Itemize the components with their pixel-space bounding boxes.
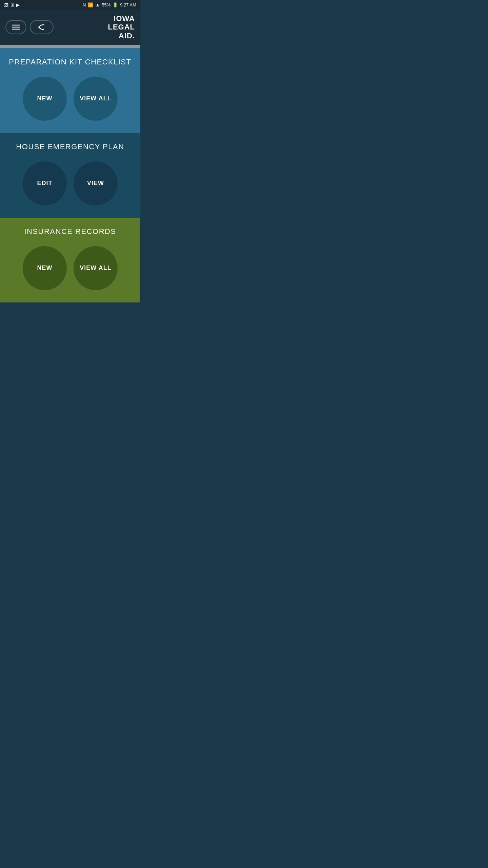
status-bar: 🖼 ⊞ ▶ N 📶 ▲ 55% 🔋 9:27 AM [0, 0, 140, 9]
logo-line3: AID. [108, 32, 135, 40]
photo-icon: 🖼 [4, 2, 8, 7]
status-icons-right: N 📶 ▲ 55% 🔋 9:27 AM [83, 2, 136, 7]
prep-kit-view-all-label: VIEW ALL [80, 95, 111, 102]
insurance-records-section: INSURANCE RECORDS NEW VIEW ALL [0, 218, 140, 302]
house-emergency-edit-button[interactable]: EDIT [23, 161, 67, 205]
video-icon: ▶ [16, 2, 20, 7]
house-emergency-title: HOUSE EMERGENCY PLAN [7, 142, 134, 151]
house-emergency-buttons: EDIT VIEW [7, 161, 134, 205]
nfc-icon: N [83, 2, 86, 7]
header-nav-buttons [5, 20, 54, 34]
insurance-records-title: INSURANCE RECORDS [7, 227, 134, 236]
prep-kit-view-all-button[interactable]: VIEW ALL [74, 77, 118, 121]
time: 9:27 AM [120, 2, 136, 7]
battery-text: 55% [102, 2, 110, 7]
divider-bar [0, 45, 140, 48]
insurance-records-buttons: NEW VIEW ALL [7, 246, 134, 290]
insurance-records-view-all-button[interactable]: VIEW ALL [74, 246, 118, 290]
battery-icon: 🔋 [113, 2, 118, 7]
status-icons-left: 🖼 ⊞ ▶ [4, 2, 20, 7]
grid-icon: ⊞ [11, 2, 14, 7]
prep-kit-new-button[interactable]: NEW [23, 77, 67, 121]
logo-line2: LEGAL [108, 23, 135, 31]
prep-kit-buttons: NEW VIEW ALL [7, 77, 134, 121]
prep-kit-section: PREPARATION KIT CHECKLIST NEW VIEW ALL [0, 48, 140, 133]
prep-kit-title: PREPARATION KIT CHECKLIST [7, 58, 134, 66]
wifi-icon: 📶 [88, 2, 93, 7]
menu-button[interactable] [5, 20, 26, 34]
house-emergency-section: HOUSE EMERGENCY PLAN EDIT VIEW [0, 133, 140, 218]
insurance-view-all-label: VIEW ALL [80, 264, 111, 272]
signal-icon: ▲ [95, 2, 100, 7]
app-logo: IOWA LEGAL AID. [108, 14, 135, 40]
header: IOWA LEGAL AID. [0, 9, 140, 45]
logo-line1: IOWA [108, 14, 135, 23]
house-emergency-view-button[interactable]: VIEW [74, 161, 118, 205]
back-button[interactable] [30, 20, 54, 34]
insurance-records-new-button[interactable]: NEW [23, 246, 67, 290]
